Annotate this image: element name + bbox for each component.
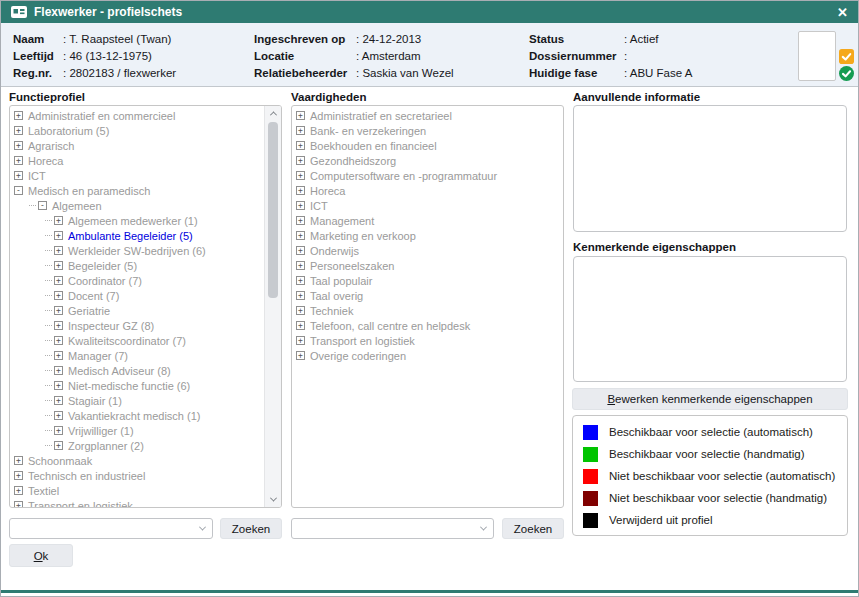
- tree-item[interactable]: + Taal populair: [292, 273, 563, 288]
- tree-item[interactable]: + Inspecteur GZ (8): [10, 318, 263, 333]
- tree-expand-icon[interactable]: +: [54, 306, 63, 315]
- tree-expand-icon[interactable]: +: [54, 216, 63, 225]
- tree-item-label[interactable]: ICT: [28, 170, 46, 182]
- tree-item-label[interactable]: Gezondheidszorg: [310, 155, 396, 167]
- tree-item[interactable]: + Technisch en industrieel: [10, 468, 263, 483]
- tree-item-label[interactable]: Coordinator (7): [68, 275, 142, 287]
- tree-item-label[interactable]: Stagiair (1): [68, 395, 122, 407]
- tree-item-label[interactable]: Vakantiekracht medisch (1): [68, 410, 200, 422]
- tree-expand-icon[interactable]: +: [54, 426, 63, 435]
- tree-item[interactable]: + Docent (7): [10, 288, 263, 303]
- tree-expand-icon[interactable]: +: [296, 336, 305, 345]
- tree-item[interactable]: + Textiel: [10, 483, 263, 498]
- tree-expand-icon[interactable]: +: [54, 441, 63, 450]
- vaardigheden-tree[interactable]: + Administratief en secretarieel + Bank-…: [291, 105, 564, 508]
- kenmerkende-eigenschappen-textarea[interactable]: [573, 256, 847, 382]
- tree-item[interactable]: + Marketing en verkoop: [292, 228, 563, 243]
- tree-item[interactable]: + Laboratorium (5): [10, 123, 263, 138]
- tree-expand-icon[interactable]: +: [296, 201, 305, 210]
- tree-expand-icon[interactable]: +: [54, 366, 63, 375]
- tree-expand-icon[interactable]: +: [14, 171, 23, 180]
- tree-expand-icon[interactable]: +: [14, 141, 23, 150]
- tree-item-label[interactable]: Technisch en industrieel: [28, 470, 145, 482]
- functieprofiel-tree[interactable]: + Administratief en commercieel + Labora…: [9, 105, 282, 508]
- tree-item-label[interactable]: Techniek: [310, 305, 353, 317]
- tree-item[interactable]: - Algemeen: [10, 198, 263, 213]
- tree-item[interactable]: + ICT: [10, 168, 263, 183]
- tree-item-label[interactable]: Medisch Adviseur (8): [68, 365, 171, 377]
- tree-item[interactable]: + Overige coderingen: [292, 348, 563, 363]
- tree-item[interactable]: + Niet-medische functie (6): [10, 378, 263, 393]
- tree-item[interactable]: + Techniek: [292, 303, 563, 318]
- tree-expand-icon[interactable]: +: [54, 231, 63, 240]
- tree-item-label[interactable]: Administratief en secretarieel: [310, 110, 452, 122]
- tree-item[interactable]: + Transport en logistiek: [10, 498, 263, 508]
- tree-item-label[interactable]: Management: [310, 215, 374, 227]
- tree-item[interactable]: + Algemeen medewerker (1): [10, 213, 263, 228]
- tree-item[interactable]: + Schoonmaak: [10, 453, 263, 468]
- tree-expand-icon[interactable]: +: [54, 396, 63, 405]
- tree-expand-icon[interactable]: +: [296, 276, 305, 285]
- tree-expand-icon[interactable]: +: [296, 261, 305, 270]
- tree-expand-icon[interactable]: +: [14, 471, 23, 480]
- tree-expand-icon[interactable]: +: [296, 246, 305, 255]
- tree-item-label[interactable]: Begeleider (5): [68, 260, 137, 272]
- tree-expand-icon[interactable]: +: [296, 321, 305, 330]
- tree-item[interactable]: + Kwaliteitscoordinator (7): [10, 333, 263, 348]
- tree-item[interactable]: + Onderwijs: [292, 243, 563, 258]
- tree-item-label[interactable]: Laboratorium (5): [28, 125, 109, 137]
- bewerken-kenmerkende-eigenschappen-button[interactable]: Bewerken kenmerkende eigenschappen: [572, 388, 848, 410]
- ok-button[interactable]: Ok: [9, 544, 73, 567]
- vaardigheden-zoeken-button[interactable]: Zoeken: [502, 518, 564, 539]
- tree-item-label[interactable]: Administratief en commercieel: [28, 110, 175, 122]
- tree-expand-icon[interactable]: +: [54, 351, 63, 360]
- tree-item-label[interactable]: Taal overig: [310, 290, 363, 302]
- tree-item-label[interactable]: Bank- en verzekeringen: [310, 125, 426, 137]
- tree-item[interactable]: + Manager (7): [10, 348, 263, 363]
- tree-item[interactable]: + Geriatrie: [10, 303, 263, 318]
- tree-item[interactable]: + Bank- en verzekeringen: [292, 123, 563, 138]
- tree-item[interactable]: + Werkleider SW-bedrijven (6): [10, 243, 263, 258]
- scrollbar-up-icon[interactable]: [265, 106, 281, 121]
- tree-item-label[interactable]: Algemeen: [52, 200, 102, 212]
- tree-expand-icon[interactable]: +: [296, 156, 305, 165]
- tree-item[interactable]: + Boekhouden en financieel: [292, 138, 563, 153]
- tree-expand-icon[interactable]: +: [296, 291, 305, 300]
- tree-item[interactable]: + Gezondheidszorg: [292, 153, 563, 168]
- tree-expand-icon[interactable]: +: [54, 291, 63, 300]
- tree-item-label[interactable]: Boekhouden en financieel: [310, 140, 437, 152]
- vertical-scrollbar[interactable]: [264, 106, 281, 507]
- tree-expand-icon[interactable]: +: [14, 156, 23, 165]
- tree-item[interactable]: + Vakantiekracht medisch (1): [10, 408, 263, 423]
- tree-expand-icon[interactable]: +: [54, 246, 63, 255]
- tree-item-label[interactable]: Niet-medische functie (6): [68, 380, 190, 392]
- tree-item[interactable]: + Management: [292, 213, 563, 228]
- tree-item-label[interactable]: ICT: [310, 200, 328, 212]
- tree-expand-icon[interactable]: +: [14, 456, 23, 465]
- tree-expand-icon[interactable]: +: [296, 126, 305, 135]
- scrollbar-thumb[interactable]: [268, 122, 278, 298]
- tree-expand-icon[interactable]: +: [14, 501, 23, 508]
- tree-expand-icon[interactable]: +: [296, 216, 305, 225]
- tree-item[interactable]: + Horeca: [292, 183, 563, 198]
- tree-item-label[interactable]: Horeca: [310, 185, 345, 197]
- tree-item-label[interactable]: Algemeen medewerker (1): [68, 215, 198, 227]
- scrollbar-down-icon[interactable]: [265, 492, 281, 507]
- tree-item-label[interactable]: Zorgplanner (2): [68, 440, 144, 452]
- tree-expand-icon[interactable]: +: [296, 171, 305, 180]
- tree-item[interactable]: + Begeleider (5): [10, 258, 263, 273]
- tree-item-label[interactable]: Geriatrie: [68, 305, 110, 317]
- tree-expand-icon[interactable]: +: [296, 231, 305, 240]
- tree-item-label[interactable]: Vrijwilliger (1): [68, 425, 134, 437]
- tree-expand-icon[interactable]: +: [14, 486, 23, 495]
- tree-item-label[interactable]: Telefoon, call centre en helpdesk: [310, 320, 470, 332]
- tree-item-label[interactable]: Transport en logistiek: [310, 335, 415, 347]
- tree-item-label[interactable]: Ambulante Begeleider (5): [68, 230, 193, 242]
- aanvullende-informatie-textarea[interactable]: [573, 105, 847, 232]
- tree-expand-icon[interactable]: +: [296, 351, 305, 360]
- functieprofiel-zoeken-button[interactable]: Zoeken: [220, 518, 282, 539]
- tree-item[interactable]: + Coordinator (7): [10, 273, 263, 288]
- tree-item-label[interactable]: Manager (7): [68, 350, 128, 362]
- tree-item-label[interactable]: Inspecteur GZ (8): [68, 320, 154, 332]
- vaardigheden-search-combobox[interactable]: [291, 518, 494, 539]
